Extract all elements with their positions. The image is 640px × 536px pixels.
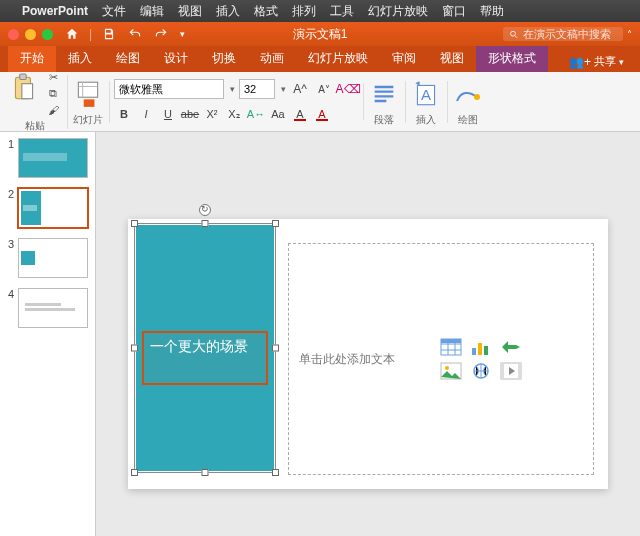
resize-handle-e[interactable] (272, 345, 279, 352)
save-icon[interactable] (100, 25, 118, 43)
window-close-button[interactable] (8, 29, 19, 40)
character-spacing-icon[interactable]: A↔ (246, 104, 266, 124)
clear-formatting-icon[interactable]: A⌫ (338, 79, 358, 99)
window-zoom-button[interactable] (42, 29, 53, 40)
decrease-font-icon[interactable]: A˅ (314, 79, 334, 99)
paragraph-button[interactable] (368, 77, 400, 111)
clipboard-label: 粘贴 (25, 119, 45, 133)
thumb-number: 3 (4, 238, 14, 250)
tab-shape-format[interactable]: 形状格式 (476, 45, 548, 72)
font-name-select[interactable] (114, 79, 224, 99)
content-placeholder[interactable]: 单击此处添加文本 (288, 243, 594, 475)
underline-button[interactable]: U (158, 104, 178, 124)
tab-draw[interactable]: 绘图 (104, 45, 152, 72)
rotation-handle[interactable] (199, 204, 211, 216)
tab-home[interactable]: 开始 (8, 45, 56, 72)
document-title: 演示文稿1 (293, 26, 348, 43)
redo-icon[interactable] (152, 25, 170, 43)
menu-insert[interactable]: 插入 (216, 3, 240, 20)
copy-icon[interactable]: ⧉ (44, 87, 62, 101)
thumb-number: 4 (4, 288, 14, 300)
insert-button[interactable]: A (410, 77, 442, 111)
menu-arrange[interactable]: 排列 (292, 3, 316, 20)
resize-handle-s[interactable] (202, 469, 209, 476)
superscript-button[interactable]: X² (202, 104, 222, 124)
highlight-color-button[interactable]: A (290, 104, 310, 124)
menu-edit[interactable]: 编辑 (140, 3, 164, 20)
format-painter-icon[interactable]: 🖌 (44, 103, 62, 117)
resize-handle-sw[interactable] (131, 469, 138, 476)
font-dropdown-icon[interactable]: ▾ (230, 84, 235, 94)
insert-online-picture-icon[interactable] (470, 362, 492, 380)
slide-thumbnail-2[interactable] (18, 188, 88, 228)
svg-point-8 (474, 94, 480, 100)
font-size-select[interactable] (239, 79, 275, 99)
resize-handle-w[interactable] (131, 345, 138, 352)
group-clipboard: ✂ ⧉ 🖌 粘贴 (8, 71, 62, 133)
size-dropdown-icon[interactable]: ▾ (281, 84, 286, 94)
share-button[interactable]: 👥+共享 ▾ (561, 51, 632, 72)
font-color-button[interactable]: A (312, 104, 332, 124)
tab-design[interactable]: 设计 (152, 45, 200, 72)
slide-thumbnail-1[interactable] (18, 138, 88, 178)
strikethrough-button[interactable]: abe (180, 104, 200, 124)
bold-button[interactable]: B (114, 104, 134, 124)
menu-help[interactable]: 帮助 (480, 3, 504, 20)
resize-handle-ne[interactable] (272, 220, 279, 227)
slide-thumbnail-4[interactable] (18, 288, 88, 328)
slide-thumbnails-panel[interactable]: 1 2 3 4 (0, 132, 96, 536)
slide-editor[interactable]: 一个更大的场景 单击此处添加文本 (96, 132, 640, 536)
change-case-icon[interactable]: Aa (268, 104, 288, 124)
thumb-row[interactable]: 1 (4, 138, 91, 178)
slide-canvas[interactable]: 一个更大的场景 单击此处添加文本 (128, 219, 608, 489)
insert-video-icon[interactable] (500, 362, 522, 380)
undo-icon[interactable] (126, 25, 144, 43)
resize-handle-nw[interactable] (131, 220, 138, 227)
insert-picture-icon[interactable] (440, 362, 462, 380)
window-controls (8, 29, 53, 40)
resize-handle-n[interactable] (202, 220, 209, 227)
subscript-button[interactable]: X₂ (224, 104, 244, 124)
tab-transitions[interactable]: 切换 (200, 45, 248, 72)
tab-review[interactable]: 审阅 (380, 45, 428, 72)
paragraph-label: 段落 (374, 113, 394, 127)
insert-smartart-icon[interactable] (500, 338, 522, 356)
titlebar-chevron-up-icon[interactable]: ˄ (627, 29, 632, 40)
new-slide-button[interactable] (72, 77, 104, 111)
cut-icon[interactable]: ✂ (44, 71, 62, 85)
menu-view[interactable]: 视图 (178, 3, 202, 20)
title-text[interactable]: 一个更大的场景 (150, 337, 248, 355)
increase-font-icon[interactable]: A^ (290, 79, 310, 99)
tab-view[interactable]: 视图 (428, 45, 476, 72)
menu-window[interactable]: 窗口 (442, 3, 466, 20)
resize-handle-se[interactable] (272, 469, 279, 476)
title-text-box[interactable]: 一个更大的场景 (142, 331, 268, 385)
drawing-button[interactable] (452, 77, 484, 111)
insert-table-icon[interactable] (440, 338, 462, 356)
workspace: 1 2 3 4 (0, 132, 640, 536)
search-box[interactable] (503, 27, 623, 41)
app-name[interactable]: PowerPoint (22, 4, 88, 18)
italic-button[interactable]: I (136, 104, 156, 124)
menu-file[interactable]: 文件 (102, 3, 126, 20)
qat-customize-dropdown[interactable]: ▾ (180, 29, 185, 39)
tab-insert[interactable]: 插入 (56, 45, 104, 72)
insert-chart-icon[interactable] (470, 338, 492, 356)
home-icon[interactable] (63, 25, 81, 43)
window-minimize-button[interactable] (25, 29, 36, 40)
paste-button[interactable] (8, 71, 40, 105)
tab-animations[interactable]: 动画 (248, 45, 296, 72)
slide-thumbnail-3[interactable] (18, 238, 88, 278)
tab-slideshow[interactable]: 幻灯片放映 (296, 45, 380, 72)
thumb-row[interactable]: 3 (4, 238, 91, 278)
group-slides: 幻灯片 (72, 77, 104, 127)
thumb-row[interactable]: 2 (4, 188, 91, 228)
thumb-number: 2 (4, 188, 14, 200)
menu-format[interactable]: 格式 (254, 3, 278, 20)
group-drawing: 绘图 (452, 77, 484, 127)
placeholder-icons (440, 338, 522, 380)
thumb-row[interactable]: 4 (4, 288, 91, 328)
menu-tools[interactable]: 工具 (330, 3, 354, 20)
search-input[interactable] (523, 28, 617, 40)
menu-slideshow[interactable]: 幻灯片放映 (368, 3, 428, 20)
